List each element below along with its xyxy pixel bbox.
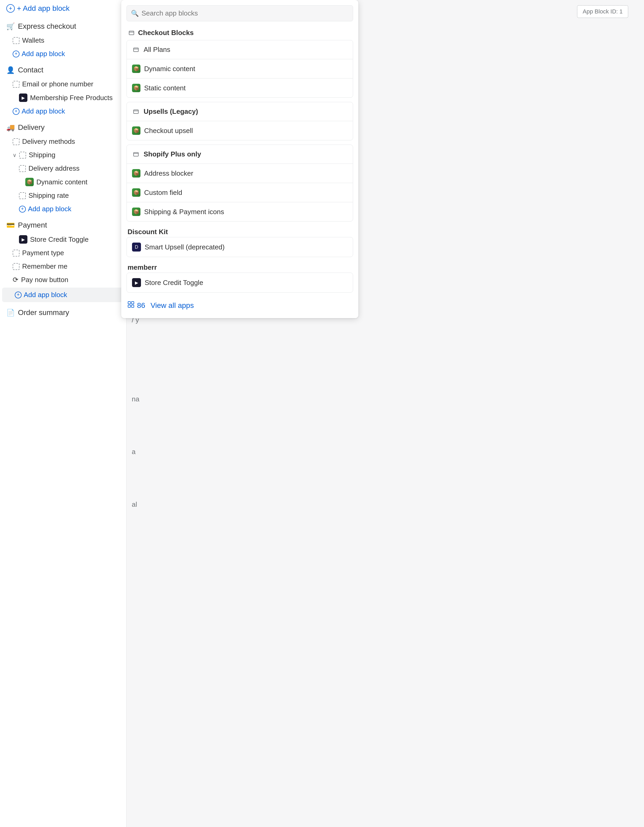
custom-field-item[interactable]: Custom field <box>127 183 353 202</box>
upsells-section: Upsells (Legacy) Checkout upsell <box>121 102 358 140</box>
email-phone-label: Email or phone number <box>22 80 93 88</box>
membership-products-label: Membership Free Products <box>30 94 113 102</box>
shopify-plus-plan-icon <box>132 150 140 158</box>
store-credit-toggle-item: ▶ Store Credit Toggle <box>0 232 126 246</box>
remember-me-item: Remember me <box>0 260 126 273</box>
search-input[interactable] <box>142 9 349 17</box>
payment-type-icon <box>13 250 19 256</box>
discount-kit-section: Discount Kit D Smart Upsell (deprecated) <box>121 226 358 257</box>
add-app-block-top-button[interactable]: + + Add app block <box>0 0 76 17</box>
svg-rect-11 <box>131 305 134 307</box>
svg-rect-6 <box>134 153 138 156</box>
shipping-payment-icon <box>132 208 141 216</box>
express-add-label: Add app block <box>22 50 65 58</box>
remember-me-icon <box>13 263 19 270</box>
contact-section: 👤 Contact Email or phone number ▶ Member… <box>0 61 126 118</box>
truck-icon: 🚚 <box>6 123 15 132</box>
delivery-plus-icon: + <box>19 206 26 212</box>
store-credit-toggle-dropdown-label: Store Credit Toggle <box>145 279 203 287</box>
express-plus-icon: + <box>13 51 19 58</box>
contact-add-app-block[interactable]: + Add app block <box>0 105 126 118</box>
store-credit-app-icon: ▶ <box>19 235 27 243</box>
search-input-wrap[interactable]: 🔍 <box>127 5 353 21</box>
upsells-header-label: Upsells (Legacy) <box>144 108 198 115</box>
memberr-title: memberr <box>121 261 358 273</box>
address-blocker-icon <box>132 169 141 178</box>
checkout-blocks-header: Checkout Blocks <box>121 25 358 40</box>
address-blocker-item[interactable]: Address blocker <box>127 164 353 183</box>
svg-rect-9 <box>131 301 134 304</box>
order-summary-section: 📄 Order summary <box>0 303 126 320</box>
membership-app-icon: ▶ <box>19 94 27 102</box>
upsells-box: Upsells (Legacy) Checkout upsell <box>127 102 353 140</box>
static-content-dropdown-label: Static content <box>144 84 186 92</box>
shipping-rate-icon <box>19 192 26 199</box>
express-checkout-label: Express checkout <box>18 22 76 31</box>
smart-upsell-label: Smart Upsell (deprecated) <box>145 243 225 251</box>
store-credit-toggle-dropdown-item[interactable]: ▶ Store Credit Toggle <box>127 273 353 292</box>
svg-rect-8 <box>128 301 130 304</box>
delivery-address-label: Delivery address <box>28 164 80 173</box>
payment-header: 💳 Payment <box>0 216 126 232</box>
order-summary-header: 📄 Order summary <box>0 303 126 320</box>
contact-plus-icon: + <box>13 108 19 115</box>
smart-upsell-item[interactable]: D Smart Upsell (deprecated) <box>127 237 353 257</box>
cart-icon: 🛒 <box>6 22 15 31</box>
checkout-blocks-box: All Plans Dynamic content Static content <box>127 40 353 98</box>
shopify-plus-section: Shopify Plus only Address blocker Custom… <box>121 145 358 222</box>
payment-add-app-block[interactable]: + Add app block <box>2 288 124 302</box>
pay-now-label: Pay now button <box>21 276 68 284</box>
dynamic-content-item: Dynamic content <box>0 175 126 189</box>
shipping-label: Shipping <box>29 151 55 159</box>
custom-field-icon <box>132 188 141 197</box>
payment-icon: 💳 <box>6 221 15 229</box>
checkout-upsell-item[interactable]: Checkout upsell <box>127 121 353 140</box>
custom-field-label: Custom field <box>144 189 182 197</box>
contact-add-label: Add app block <box>22 107 65 115</box>
checkout-blocks-label: Checkout Blocks <box>138 29 194 37</box>
wallets-item: Wallets <box>0 34 126 47</box>
shipping-payment-label: Shipping & Payment icons <box>144 208 224 216</box>
payment-label: Payment <box>18 221 47 229</box>
checkout-upsell-label: Checkout upsell <box>144 127 193 135</box>
delivery-label: Delivery <box>18 123 45 132</box>
static-content-dropdown-item[interactable]: Static content <box>127 78 353 97</box>
pay-now-button-item: ⟳ Pay now button <box>0 273 126 287</box>
svg-rect-4 <box>134 110 138 114</box>
static-content-dropdown-icon <box>132 84 141 92</box>
address-blocker-label: Address blocker <box>144 169 193 178</box>
checkout-blocks-section: Checkout Blocks All Plans Dynamic conten… <box>121 25 358 98</box>
view-all-apps-text: View all apps <box>150 301 194 310</box>
payment-plus-icon: + <box>15 292 22 298</box>
app-block-dropdown: 🔍 Checkout Blocks All <box>121 0 358 318</box>
add-app-block-top-label: + Add app block <box>17 4 70 12</box>
express-add-app-block[interactable]: + Add app block <box>0 47 126 61</box>
memberr-app-icon: ▶ <box>132 278 141 287</box>
all-plans-icon <box>132 46 140 54</box>
contact-header: 👤 Contact <box>0 61 126 77</box>
plus-circle-icon: + <box>6 4 15 12</box>
view-all-count: 86 <box>137 301 145 310</box>
shipping-payment-icons-item[interactable]: Shipping & Payment icons <box>127 202 353 221</box>
search-icon: 🔍 <box>131 10 139 17</box>
discount-kit-title: Discount Kit <box>121 226 358 237</box>
dynamic-content-dropdown-item[interactable]: Dynamic content <box>127 59 353 78</box>
wallets-dashed-icon <box>13 37 19 44</box>
all-plans-item[interactable]: All Plans <box>127 40 353 59</box>
all-plans-label: All Plans <box>144 45 170 54</box>
view-all-apps-icon <box>128 301 134 310</box>
memberr-section: memberr ▶ Store Credit Toggle <box>121 261 358 293</box>
delivery-add-app-block[interactable]: + Add app block <box>0 202 126 216</box>
checkout-plan-icon <box>128 29 136 37</box>
svg-rect-10 <box>128 305 130 307</box>
view-all-apps-button[interactable]: 86 View all apps <box>121 297 358 314</box>
dynamic-content-dropdown-label: Dynamic content <box>144 65 195 73</box>
shipping-dashed-icon <box>19 152 26 159</box>
discount-kit-box: D Smart Upsell (deprecated) <box>127 237 353 257</box>
shipping-item[interactable]: ∨ Shipping <box>0 148 126 162</box>
express-checkout-header: 🛒 Express checkout <box>0 17 126 34</box>
remember-me-label: Remember me <box>22 262 67 270</box>
upsells-plan-icon <box>132 108 140 115</box>
partial-text-al: al <box>132 501 137 509</box>
memberr-box: ▶ Store Credit Toggle <box>127 273 353 293</box>
